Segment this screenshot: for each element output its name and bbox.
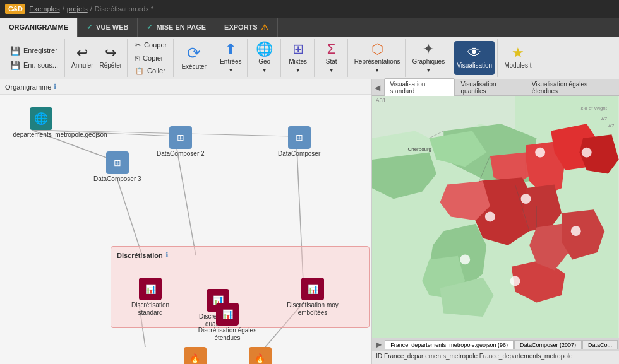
de-icon: 📊: [216, 303, 239, 326]
geo-icon: 🌐: [256, 42, 273, 56]
tab-exports[interactable]: EXPORTS ⚠: [215, 18, 278, 37]
tab-vue-web[interactable]: ✓ VUE WEB: [78, 18, 138, 37]
dc1-label: DataComposer: [278, 150, 320, 158]
dm-label: Discrétisation moy emboîtées: [281, 302, 344, 317]
left-panel: Organigramme ℹ: [0, 79, 372, 364]
execute-button[interactable]: ⟳ Exécuter: [177, 41, 210, 75]
map-tab-quantiles[interactable]: Visualisation quantiles: [456, 79, 526, 97]
de-label: Discrétisation égales étendues: [196, 327, 259, 342]
copy-button[interactable]: ⎘ Copier: [131, 52, 171, 64]
svg-point-32: [582, 148, 592, 158]
toolbar: 💾 Enregistrer 💾 Enr. sous... ↩ Annuler ↪…: [0, 37, 619, 79]
node-de[interactable]: 📊 Discrétisation égales étendues: [196, 303, 259, 342]
svg-point-29: [536, 148, 546, 158]
remplissage-icon: 🔥: [184, 347, 207, 364]
bottom-tab-arrow[interactable]: ▶: [373, 340, 384, 349]
save-as-button[interactable]: 💾 Enr. sous...: [6, 59, 62, 72]
dc1-icon: ⊞: [288, 126, 311, 149]
svg-text:Isle of Wight: Isle of Wight: [580, 105, 608, 111]
right-panel: ◀ Visualisation standard Visualisation q…: [372, 79, 619, 364]
svg-text:A31: A31: [376, 97, 386, 103]
graphiques-button[interactable]: ✦ Graphiques ▼: [409, 41, 447, 75]
map-svg: Isle of Wight A31 A7 A7 Cherbourg: [372, 96, 619, 338]
bottom-tab-2[interactable]: DataCo...: [582, 340, 618, 349]
map-tab-arrow[interactable]: ◀: [375, 83, 380, 92]
save-as-icon: 💾: [10, 61, 20, 70]
breadcrumb-examples[interactable]: Exemples: [29, 5, 59, 13]
stat-button[interactable]: Σ Stat ▼: [318, 41, 345, 75]
breadcrumb: Exemples / projets / Discrétisation.cdx …: [29, 5, 153, 13]
undo-icon: ↩: [76, 46, 88, 60]
svg-text:A7: A7: [601, 116, 608, 122]
bottom-tab-1[interactable]: DataComposer (2007): [514, 340, 582, 349]
undo-redo-group: ↩ Annuler ↪ Répéter: [66, 39, 128, 77]
save-group: 💾 Enregistrer 💾 Enr. sous...: [4, 39, 65, 77]
app-logo: C&D: [5, 4, 25, 14]
bottom-bar: ▶ France_departements_metropole.geojson …: [372, 338, 619, 364]
dc3-label: DataComposer 3: [93, 175, 141, 183]
copy-icon: ⎘: [135, 54, 140, 62]
map-tab-standard[interactable]: Visualisation standard: [384, 78, 454, 97]
mixtes-button[interactable]: ⊞ Mixtes ▼: [285, 41, 311, 75]
modules-group: ★ Modules t: [499, 39, 536, 77]
node-ds[interactable]: 📊 Discrétisation standard: [119, 278, 182, 317]
top-bar: C&D Exemples / projets / Discrétisation.…: [0, 0, 619, 18]
node-dc2[interactable]: ⊞ DataComposer 2: [157, 126, 205, 158]
dm-icon: 📊: [301, 278, 324, 300]
discret-info-icon[interactable]: ℹ: [165, 251, 168, 259]
geo-node-label: _departements_metropole.geojson: [9, 131, 73, 139]
dc2-label: DataComposer 2: [157, 150, 205, 158]
node-dc1[interactable]: ⊞ DataComposer: [278, 126, 320, 158]
paste-button[interactable]: 📋 Coller: [131, 65, 171, 77]
info-icon[interactable]: ℹ: [54, 83, 56, 91]
tab-bar: ORGANIGRAMME ✓ VUE WEB ✓ MISE EN PAGE EX…: [0, 18, 619, 37]
dc2-icon: ⊞: [169, 126, 192, 149]
stat-icon: Σ: [327, 42, 336, 56]
modules-icon: ★: [512, 46, 524, 60]
svg-point-33: [571, 226, 581, 236]
stat-group: Σ Stat ▼: [316, 39, 348, 77]
modules-button[interactable]: ★ Modules t: [502, 41, 534, 75]
discretisation-title: Discrétisation ℹ: [117, 251, 168, 259]
canvas-area[interactable]: Discrétisation ℹ 🌐 _departements_metropo…: [0, 95, 371, 364]
execute-icon: ⟳: [187, 45, 201, 61]
execute-group: ⟳ Exécuter: [175, 39, 213, 77]
breadcrumb-projects[interactable]: projets: [67, 5, 88, 13]
representations-button[interactable]: ⬡ Représentations ▼: [352, 41, 403, 75]
save-button[interactable]: 💾 Enregistrer: [6, 44, 62, 57]
cut-icon: ✂: [135, 41, 141, 49]
svg-line-2: [177, 149, 196, 255]
node-remplisseur2[interactable]: 🔥 Remplisseur 2: [240, 347, 280, 364]
svg-point-30: [510, 276, 520, 286]
redo-button[interactable]: ↪ Répéter: [97, 41, 125, 75]
clipboard-group: ✂ Couper ⎘ Copier 📋 Coller: [129, 39, 174, 77]
map-tab-egales[interactable]: Visualisation égales étendues: [527, 79, 616, 97]
svg-line-1: [117, 178, 142, 255]
geo-button[interactable]: 🌐 Géo ▼: [251, 41, 278, 75]
cut-button[interactable]: ✂ Couper: [131, 39, 171, 51]
tab-organigramme[interactable]: ORGANIGRAMME: [0, 18, 78, 37]
entrees-button[interactable]: ⬆ Entrées ▼: [217, 41, 244, 75]
map-tabs: ◀ Visualisation standard Visualisation q…: [372, 79, 619, 96]
node-remplissage[interactable]: 🔥 Remplissage: [177, 347, 213, 364]
svg-text:A7: A7: [608, 123, 615, 129]
bottom-tab-0[interactable]: France_departements_metropole.geojson (9…: [385, 340, 514, 349]
mixtes-group: ⊞ Mixtes ▼: [282, 39, 315, 77]
paste-icon: 📋: [135, 67, 144, 75]
panel-header: Organigramme ℹ: [0, 79, 371, 95]
panel-title: Organigramme: [5, 83, 51, 91]
visualisation-group: 👁 Visualisation: [452, 39, 498, 77]
representations-icon: ⬡: [371, 42, 383, 56]
tab-mise-en-page[interactable]: ✓ MISE EN PAGE: [138, 18, 215, 37]
visualisation-button[interactable]: 👁 Visualisation: [454, 41, 495, 75]
node-geo1[interactable]: 🌐 _departements_metropole.geojson: [9, 107, 73, 139]
undo-button[interactable]: ↩ Annuler: [69, 41, 95, 75]
geo-node-icon: 🌐: [30, 107, 52, 130]
node-dm[interactable]: 📊 Discrétisation moy emboîtées: [281, 278, 344, 317]
bottom-tabs: ▶ France_departements_metropole.geojson …: [372, 338, 619, 351]
visualisation-icon: 👁: [467, 46, 481, 60]
graphiques-group: ✦ Graphiques ▼: [407, 39, 450, 77]
entrees-group: ⬆ Entrées ▼: [215, 39, 247, 77]
node-dc3[interactable]: ⊞ DataComposer 3: [93, 151, 141, 183]
map-container[interactable]: Isle of Wight A31 A7 A7 Cherbourg: [372, 96, 619, 338]
